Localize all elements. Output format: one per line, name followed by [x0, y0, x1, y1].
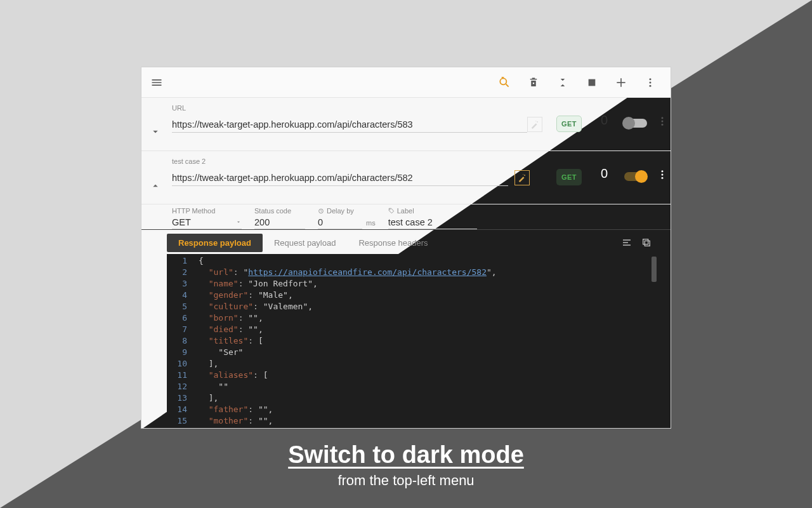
enable-toggle[interactable]: [622, 117, 649, 130]
delay-label: Delay by: [318, 207, 362, 215]
svg-rect-2: [589, 79, 596, 86]
stop-icon[interactable]: [586, 76, 598, 89]
toolbar: [141, 67, 671, 98]
row-more-icon[interactable]: [657, 169, 668, 180]
more-vert-icon[interactable]: [644, 76, 657, 89]
row-more-icon[interactable]: [657, 116, 668, 127]
search-icon[interactable]: [498, 76, 511, 89]
code-lines: { "url": "https://anapioficeandfire.com/…: [199, 255, 649, 428]
rule-details: HTTP Method GET Status code Delay by ms …: [141, 204, 671, 230]
svg-point-10: [662, 124, 664, 126]
svg-point-3: [650, 78, 652, 80]
svg-point-5: [650, 84, 652, 86]
method-pill[interactable]: GET: [556, 116, 582, 132]
app-panel: URL GET 0 test case 2: [141, 67, 671, 429]
svg-point-9: [662, 121, 664, 123]
http-method-value: GET: [172, 217, 191, 227]
scrollbar[interactable]: [650, 254, 658, 428]
gutter: 12345678910111213141516: [167, 254, 193, 428]
svg-point-12: [523, 174, 523, 175]
format-icon[interactable]: [621, 237, 632, 248]
caption-title: Switch to dark mode: [0, 441, 812, 469]
rule-row: test case 2 GET 0: [141, 151, 671, 204]
delay-unit: ms: [366, 219, 376, 227]
svg-rect-19: [643, 239, 648, 244]
svg-point-8: [662, 117, 664, 119]
label-label: Label: [388, 207, 477, 215]
hit-count: 0: [601, 166, 608, 181]
caption-subtitle: from the top-left menu: [0, 472, 812, 489]
http-method-select[interactable]: GET: [172, 216, 242, 229]
svg-point-17: [390, 209, 390, 210]
label-input[interactable]: [388, 216, 477, 229]
status-code-input[interactable]: [254, 216, 305, 229]
add-icon[interactable]: [615, 76, 627, 89]
menu-icon: [150, 76, 163, 89]
collapse-vert-icon[interactable]: [556, 76, 569, 89]
url-input[interactable]: [172, 117, 527, 133]
svg-point-14: [662, 174, 664, 176]
trash-icon[interactable]: [527, 76, 540, 89]
svg-rect-18: [645, 241, 650, 246]
svg-rect-1: [533, 83, 534, 84]
enable-toggle[interactable]: [622, 170, 649, 183]
row-title-label: test case 2: [172, 157, 206, 165]
tabs: Response payload Request payload Respons…: [167, 232, 652, 253]
http-method-label: HTTP Method: [172, 207, 242, 215]
status-code-label: Status code: [254, 207, 305, 215]
tab-request-payload[interactable]: Request payload: [263, 234, 348, 252]
menu-button[interactable]: [141, 67, 172, 98]
row-title-label: URL: [172, 104, 186, 112]
hit-count: 0: [601, 113, 608, 128]
url-input[interactable]: [172, 170, 508, 186]
svg-point-15: [662, 177, 664, 179]
svg-point-13: [662, 170, 664, 172]
rule-row: URL GET 0: [141, 98, 671, 151]
tab-response-headers[interactable]: Response headers: [347, 234, 439, 252]
code-editor[interactable]: 12345678910111213141516 { "url": "https:…: [167, 254, 658, 428]
method-pill[interactable]: GET: [556, 169, 582, 185]
svg-point-11: [524, 175, 525, 176]
svg-point-0: [500, 78, 506, 84]
caption: Switch to dark mode from the top-left me…: [0, 441, 812, 489]
copy-icon[interactable]: [641, 237, 652, 248]
tab-response-payload[interactable]: Response payload: [167, 234, 263, 252]
expand-button[interactable]: [148, 124, 163, 140]
svg-point-7: [535, 121, 536, 121]
autofill-button[interactable]: [527, 117, 542, 132]
delay-input[interactable]: [318, 216, 362, 229]
svg-point-4: [650, 81, 652, 83]
collapse-button[interactable]: [148, 178, 163, 193]
autofill-button[interactable]: [514, 170, 530, 185]
svg-point-6: [537, 121, 538, 123]
